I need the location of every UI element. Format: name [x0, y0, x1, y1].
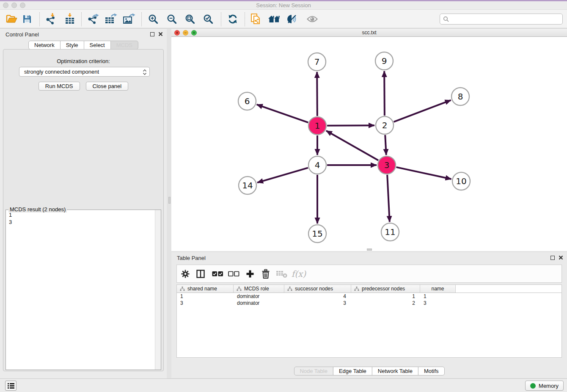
table-cell[interactable]: 3	[177, 300, 234, 306]
first-neighbors-button[interactable]	[267, 12, 282, 26]
graph-edge-1-2[interactable]	[327, 125, 374, 126]
graph-edge-3-1[interactable]	[326, 131, 378, 160]
memory-button[interactable]: Memory	[525, 381, 564, 391]
search-input[interactable]	[451, 15, 562, 23]
graph-edge-2-9[interactable]	[384, 71, 385, 116]
zoom-out-button[interactable]	[164, 12, 179, 26]
refresh-icon	[227, 14, 238, 25]
close-panel-icon[interactable]	[559, 255, 563, 260]
show-column-panel-button[interactable]	[193, 267, 208, 281]
float-panel-icon[interactable]	[550, 256, 555, 260]
close-panel-icon[interactable]	[158, 32, 163, 36]
table-cell[interactable]: 2	[351, 300, 420, 306]
graph-node-14[interactable]: 14	[239, 177, 256, 194]
graph-node-7[interactable]: 7	[308, 53, 326, 71]
search-field[interactable]	[440, 14, 563, 25]
control-panel: Control Panel Network Style Select MCDS …	[0, 29, 167, 378]
tab-mcds[interactable]: MCDS	[110, 41, 138, 50]
gear-icon	[181, 269, 190, 279]
task-history-button[interactable]	[5, 381, 17, 391]
column-header-mcds-role[interactable]: MCDS role	[234, 285, 284, 293]
toolbar-separator	[245, 12, 245, 26]
import-network-icon	[45, 13, 56, 25]
table-cell[interactable]: 3	[420, 300, 456, 306]
table-row[interactable]: 3dominator323	[177, 300, 561, 306]
open-session-button[interactable]	[4, 12, 19, 26]
export-network-button[interactable]	[85, 12, 101, 26]
delete-table-button[interactable]	[275, 267, 289, 281]
graph-edge-2-8[interactable]	[394, 100, 451, 122]
table-header-row: shared name MCDS role successor nodes pr…	[177, 285, 561, 293]
optimization-criterion-label: Optimization criterion:	[3, 58, 163, 64]
column-header-successor-nodes[interactable]: successor nodes	[284, 285, 351, 293]
graph-node-10[interactable]: 10	[452, 172, 470, 190]
table-row[interactable]: 1dominator411	[177, 293, 561, 300]
tab-network-table[interactable]: Network Table	[372, 367, 418, 375]
zoom-fit-button[interactable]	[182, 12, 198, 26]
save-session-button[interactable]	[19, 12, 35, 26]
tab-network[interactable]: Network	[28, 41, 61, 50]
import-table-button[interactable]	[62, 12, 77, 26]
column-header-shared-name[interactable]: shared name	[177, 285, 234, 293]
svg-text:2: 2	[382, 120, 388, 130]
graph-node-9[interactable]: 9	[375, 52, 393, 70]
network-window-titlebar: × − + scc.txt	[171, 29, 567, 37]
mcds-result-text[interactable]: 1 3	[9, 211, 154, 368]
tab-node-table[interactable]: Node Table	[294, 367, 333, 375]
tab-style[interactable]: Style	[60, 41, 84, 50]
result-scrollbar[interactable]	[155, 210, 161, 370]
graph-node-6[interactable]: 6	[238, 92, 256, 110]
unselect-all-columns-button[interactable]	[226, 267, 241, 281]
tab-motifs[interactable]: Motifs	[418, 367, 445, 375]
graph-node-15[interactable]: 15	[308, 225, 326, 243]
table-settings-button[interactable]	[178, 267, 193, 281]
table-cell[interactable]: dominator	[234, 293, 284, 299]
graph-node-8[interactable]: 8	[451, 88, 469, 105]
run-mcds-button[interactable]: Run MCDS	[39, 82, 80, 91]
select-all-columns-button[interactable]	[210, 267, 225, 281]
graph-node-11[interactable]: 11	[381, 223, 399, 241]
function-builder-button[interactable]: f(x)	[292, 267, 306, 281]
zoom-selected-button[interactable]	[201, 12, 216, 26]
tab-select[interactable]: Select	[84, 41, 111, 50]
clone-network-button[interactable]	[248, 12, 263, 26]
zoom-in-button[interactable]	[146, 12, 161, 26]
graph-node-4[interactable]: 4	[308, 156, 326, 174]
network-canvas[interactable]: 7968124314101511	[171, 37, 567, 251]
graph-edge-1-7[interactable]	[317, 72, 317, 116]
export-image-button[interactable]	[121, 12, 137, 26]
criterion-select[interactable]: strongly connected component	[19, 67, 150, 77]
column-header-predecessor-nodes[interactable]: predecessor nodes	[351, 285, 420, 293]
table-cell[interactable]: dominator	[234, 300, 284, 306]
column-tree-icon	[180, 287, 185, 291]
import-network-button[interactable]	[43, 12, 58, 26]
panel-splitter-grip[interactable]	[168, 197, 171, 204]
table-cell[interactable]: 1	[420, 293, 456, 299]
graph-edge-4-14[interactable]	[257, 168, 308, 182]
float-panel-icon[interactable]	[150, 32, 154, 36]
graph-edge-3-10[interactable]	[396, 167, 451, 179]
show-hide-details-button[interactable]	[284, 12, 300, 26]
graph-edge-3-11[interactable]	[387, 175, 390, 222]
tab-edge-table[interactable]: Edge Table	[333, 367, 372, 375]
table-cell[interactable]: 4	[284, 293, 351, 299]
delete-column-button[interactable]	[259, 267, 273, 281]
refresh-button[interactable]	[225, 12, 240, 26]
network-graph[interactable]: 7968124314101511	[171, 37, 567, 251]
table-cell[interactable]: 1	[177, 293, 234, 299]
graph-node-1[interactable]: 1	[308, 117, 326, 135]
birdseye-view-button[interactable]	[305, 12, 320, 26]
graph-edge-2-3[interactable]	[385, 135, 386, 155]
close-panel-button[interactable]: Close panel	[86, 82, 129, 91]
column-header-name[interactable]: name	[420, 285, 456, 293]
table-cell[interactable]: 3	[284, 300, 351, 306]
graph-edge-1-6[interactable]	[257, 105, 308, 122]
table-cell[interactable]: 1	[351, 293, 420, 299]
export-table-button[interactable]	[103, 12, 118, 26]
graph-node-3[interactable]: 3	[378, 156, 396, 174]
canvas-resize-handle[interactable]	[367, 248, 372, 251]
svg-text:11: 11	[385, 227, 395, 237]
graph-node-2[interactable]: 2	[376, 116, 394, 134]
create-column-button[interactable]	[243, 267, 257, 281]
status-bar: Memory	[0, 378, 567, 392]
